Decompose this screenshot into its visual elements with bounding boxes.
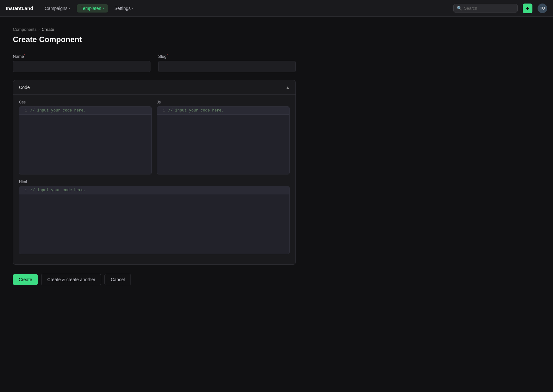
- js-editor-block: Js 1 // input your code here.: [157, 100, 290, 174]
- js-editor[interactable]: 1 // input your code here.: [157, 106, 290, 174]
- breadcrumb-parent[interactable]: Components: [13, 27, 37, 32]
- name-label: Name*: [13, 53, 150, 59]
- breadcrumb-separator: ›: [39, 28, 40, 31]
- brand-logo: InstantLand: [6, 5, 33, 11]
- js-editor-body[interactable]: [157, 115, 289, 174]
- code-section: Code ▲ Css 1 // input your code here.: [13, 80, 296, 265]
- css-editor-block: Css 1 // input your code here.: [19, 100, 152, 174]
- html-row: Html 1 // input your code here.: [19, 180, 290, 254]
- html-editor-body[interactable]: [19, 194, 289, 254]
- action-buttons: Create Create & create another Cancel: [13, 274, 296, 285]
- form-name-slug-row: Name* Slug*: [13, 53, 296, 72]
- navbar: InstantLand Campaigns ▾ Templates ▾ Sett…: [0, 0, 553, 17]
- html-line-num: 1: [23, 188, 27, 192]
- css-editor[interactable]: 1 // input your code here.: [19, 106, 152, 174]
- nav-settings-label: Settings: [114, 6, 131, 11]
- html-placeholder-text: // input your code here.: [30, 188, 86, 192]
- create-button[interactable]: Create: [13, 274, 38, 285]
- nav-campaigns[interactable]: Campaigns ▾: [41, 4, 74, 13]
- main-content: Components › Create Create Component Nam…: [0, 17, 309, 296]
- css-label: Css: [19, 100, 152, 104]
- slug-field-group: Slug*: [158, 53, 296, 72]
- js-placeholder-text: // input your code here.: [168, 108, 224, 113]
- css-js-row: Css 1 // input your code here. Js 1: [19, 100, 290, 174]
- html-label: Html: [19, 180, 290, 184]
- js-line-num: 1: [160, 109, 165, 112]
- settings-chevron-icon: ▾: [132, 6, 133, 10]
- avatar[interactable]: TU: [538, 4, 547, 13]
- css-placeholder-text: // input your code here.: [30, 108, 86, 113]
- slug-input[interactable]: [158, 61, 296, 72]
- plus-button[interactable]: +: [523, 4, 532, 13]
- code-section-chevron-icon: ▲: [286, 85, 290, 90]
- html-editor[interactable]: 1 // input your code here.: [19, 186, 290, 254]
- nav-campaigns-label: Campaigns: [45, 6, 68, 11]
- html-editor-block: Html 1 // input your code here.: [19, 180, 290, 254]
- breadcrumb-current: Create: [41, 27, 54, 32]
- nav-templates-label: Templates: [81, 6, 101, 11]
- cancel-button[interactable]: Cancel: [104, 274, 131, 285]
- code-editors-container: Css 1 // input your code here. Js 1: [13, 95, 295, 264]
- name-input[interactable]: [13, 61, 150, 72]
- campaigns-chevron-icon: ▾: [69, 6, 70, 10]
- templates-chevron-icon: ▾: [103, 6, 104, 10]
- html-editor-header: 1 // input your code here.: [19, 186, 289, 194]
- search-icon: 🔍: [457, 6, 462, 11]
- page-title: Create Component: [13, 35, 296, 44]
- css-line-num: 1: [23, 109, 27, 112]
- js-label: Js: [157, 100, 290, 104]
- css-editor-header: 1 // input your code here.: [19, 107, 151, 115]
- search-input[interactable]: [464, 6, 514, 11]
- nav-settings[interactable]: Settings ▾: [111, 4, 138, 13]
- css-editor-body[interactable]: [19, 115, 151, 174]
- code-section-title: Code: [19, 85, 30, 90]
- code-section-header[interactable]: Code ▲: [13, 80, 295, 95]
- slug-label: Slug*: [158, 53, 296, 59]
- nav-templates[interactable]: Templates ▾: [77, 4, 108, 13]
- js-editor-header: 1 // input your code here.: [157, 107, 289, 115]
- breadcrumb: Components › Create: [13, 27, 296, 32]
- search-bar: 🔍: [453, 4, 518, 13]
- name-field-group: Name*: [13, 53, 150, 72]
- create-another-button[interactable]: Create & create another: [41, 274, 101, 285]
